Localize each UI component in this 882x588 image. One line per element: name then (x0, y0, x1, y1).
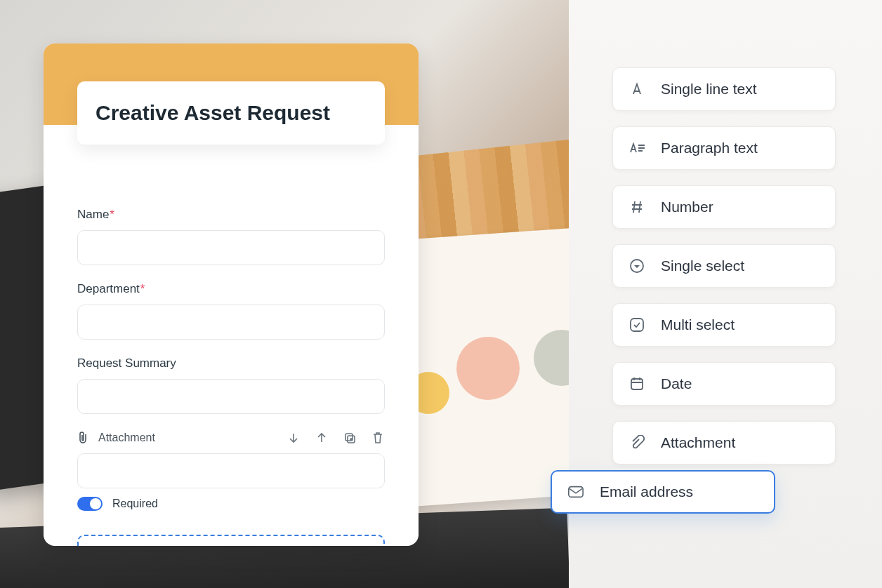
field-type-single-select[interactable]: Single select (612, 244, 836, 288)
field-type-label: Single select (661, 258, 744, 274)
field-summary: Request Summary (77, 356, 385, 414)
field-name: Name* (77, 208, 385, 265)
hash-icon (628, 199, 645, 215)
attachment-input[interactable] (77, 453, 385, 488)
decorative-circle (456, 337, 520, 400)
field-type-number[interactable]: Number (612, 185, 836, 229)
svg-rect-4 (631, 379, 643, 389)
field-type-label: Single line text (661, 81, 757, 98)
name-input[interactable] (77, 230, 385, 265)
field-type-email-address-dragging[interactable]: Email address (551, 470, 775, 514)
attachment-label: Attachment (98, 432, 155, 444)
single-select-icon (628, 258, 645, 274)
department-input[interactable] (77, 305, 385, 340)
calendar-icon (628, 375, 645, 392)
multi-select-icon (628, 316, 645, 333)
field-type-label: Multi select (661, 316, 735, 333)
attachment-field-header: Attachment (77, 431, 385, 445)
attachment-icon (628, 434, 645, 451)
field-type-multi-select[interactable]: Multi select (612, 303, 836, 347)
field-type-label: Number (661, 199, 713, 215)
attachment-icon (77, 431, 91, 445)
field-label-text: Department (77, 282, 140, 295)
summary-input[interactable] (77, 379, 385, 414)
field-type-palette: Single line text Paragraph text Number S… (612, 67, 836, 465)
move-down-button[interactable] (287, 431, 301, 445)
field-label-summary: Request Summary (77, 356, 385, 370)
delete-button[interactable] (371, 431, 385, 445)
paragraph-icon (628, 140, 645, 156)
form-title: Creative Asset Request (96, 101, 367, 125)
move-up-button[interactable] (315, 431, 329, 445)
email-icon (567, 483, 584, 500)
required-toggle[interactable] (77, 497, 103, 511)
duplicate-button[interactable] (343, 431, 357, 445)
required-star-icon: * (110, 208, 114, 221)
field-label-department: Department* (77, 282, 385, 296)
field-type-date[interactable]: Date (612, 362, 836, 406)
field-department: Department* (77, 282, 385, 340)
required-toggle-label: Required (112, 497, 158, 510)
field-type-single-line-text[interactable]: Single line text (612, 67, 836, 111)
form-body: Name* Department* Request Summary Attach… (44, 125, 419, 546)
field-type-paragraph-text[interactable]: Paragraph text (612, 126, 836, 170)
required-row: Required (77, 497, 385, 511)
field-label-text: Name (77, 208, 109, 221)
field-type-label: Date (661, 375, 692, 392)
svg-rect-3 (631, 319, 643, 331)
svg-rect-5 (569, 487, 583, 497)
field-type-attachment[interactable]: Attachment (612, 421, 836, 465)
field-type-label: Attachment (661, 434, 735, 451)
field-drop-zone[interactable] (77, 535, 385, 546)
required-star-icon: * (140, 282, 145, 295)
field-type-label: Email address (600, 483, 693, 500)
field-label-name: Name* (77, 208, 385, 222)
form-title-card[interactable]: Creative Asset Request (77, 81, 385, 145)
field-type-label: Paragraph text (661, 140, 758, 156)
text-icon (628, 81, 645, 98)
form-builder-card: Creative Asset Request Name* Department*… (44, 44, 419, 546)
